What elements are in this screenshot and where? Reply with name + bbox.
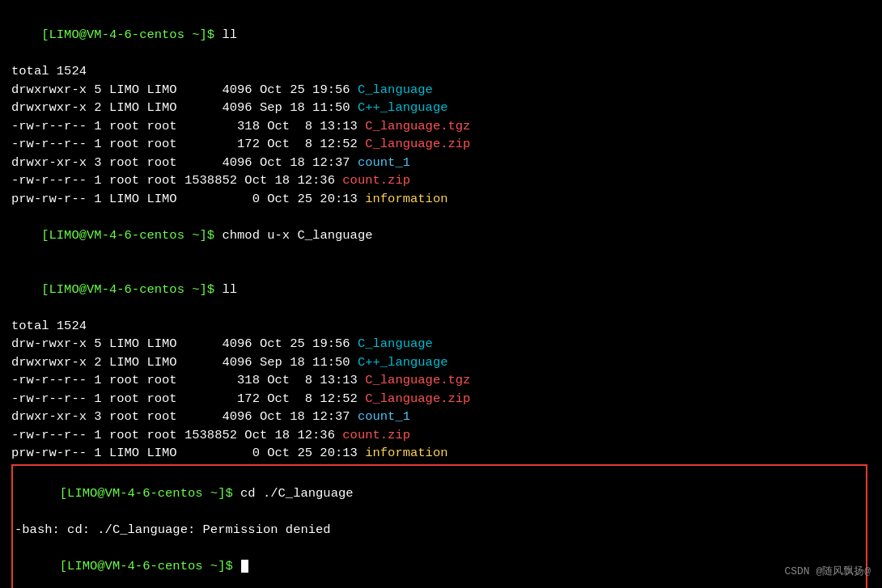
final-prompt-line: [LIMO@VM-4-6-centos ~]$: [15, 539, 864, 588]
ls-row: -rw-r--r-- 1 root root 172 Oct 8 12:52 C…: [11, 135, 871, 153]
total-line-2: total 1524: [11, 317, 871, 335]
chmod-command-line: [LIMO@VM-4-6-centos ~]$ chmod u-x C_lang…: [11, 208, 871, 262]
ls-row: -rw-r--r-- 1 root root 1538852 Oct 18 12…: [11, 426, 871, 444]
watermark: CSDN @随风飘扬@: [784, 565, 871, 580]
ls-row: drwxr-xr-x 3 root root 4096 Oct 18 12:37…: [11, 408, 871, 425]
command-line-2: [LIMO@VM-4-6-centos ~]$ ll: [11, 263, 871, 317]
ls-row: prw-rw-r-- 1 LIMO LIMO 0 Oct 25 20:13 in…: [11, 190, 871, 208]
command-line-1: [LIMO@VM-4-6-centos ~]$ ll: [11, 8, 871, 62]
command-text: ll: [214, 27, 237, 42]
ls-row: drwxr-xr-x 3 root root 4096 Oct 18 12:37…: [11, 154, 871, 171]
prompt-text: [LIMO@VM-4-6-centos ~]$: [41, 27, 214, 42]
ls-row: -rw-r--r-- 1 root root 318 Oct 8 13:13 C…: [11, 117, 871, 135]
cd-command-line: [LIMO@VM-4-6-centos ~]$ cd ./C_language: [15, 467, 864, 521]
ls-row: prw-rw-r-- 1 LIMO LIMO 0 Oct 25 20:13 in…: [11, 444, 871, 462]
ls-row: -rw-r--r-- 1 root root 1538852 Oct 18 12…: [11, 171, 871, 189]
ls-row: -rw-r--r-- 1 root root 172 Oct 8 12:52 C…: [11, 390, 871, 408]
cursor: [241, 560, 248, 573]
permission-denied-line: -bash: cd: ./C_language: Permission deni…: [15, 521, 864, 539]
highlighted-section: [LIMO@VM-4-6-centos ~]$ cd ./C_language …: [11, 464, 867, 588]
ls-row: drwxrwxr-x 5 LIMO LIMO 4096 Oct 25 19:56…: [11, 81, 871, 99]
ls-row: drw-rwxr-x 5 LIMO LIMO 4096 Oct 25 19:56…: [11, 335, 871, 353]
ls-row: -rw-r--r-- 1 root root 318 Oct 8 13:13 C…: [11, 371, 871, 389]
ls-row: drwxrwxr-x 2 LIMO LIMO 4096 Sep 18 11:50…: [11, 353, 871, 371]
terminal: [LIMO@VM-4-6-centos ~]$ ll total 1524 dr…: [0, 0, 882, 588]
ls-row: drwxrwxr-x 2 LIMO LIMO 4096 Sep 18 11:50…: [11, 99, 871, 116]
total-line-1: total 1524: [11, 62, 871, 80]
